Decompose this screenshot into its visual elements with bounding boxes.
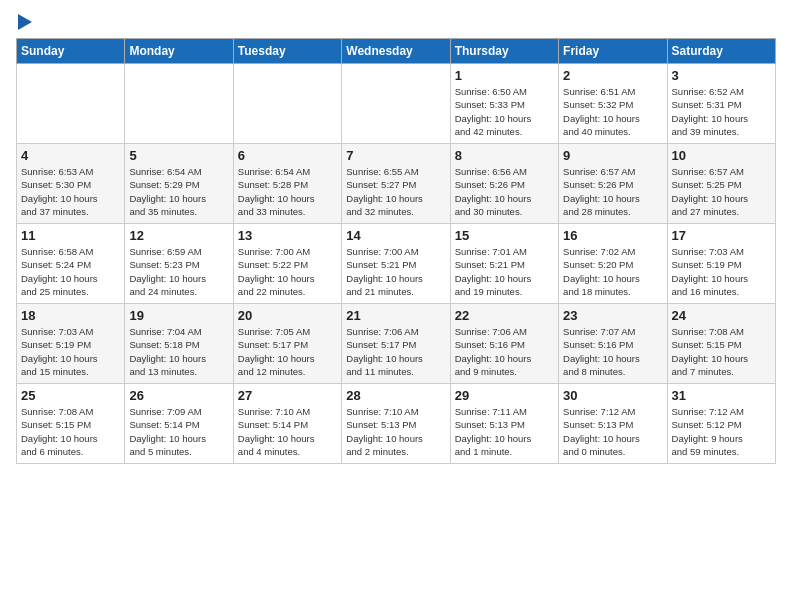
calendar-cell: 15Sunrise: 7:01 AM Sunset: 5:21 PM Dayli… <box>450 224 558 304</box>
day-number: 18 <box>21 308 120 323</box>
calendar-cell: 4Sunrise: 6:53 AM Sunset: 5:30 PM Daylig… <box>17 144 125 224</box>
calendar-cell: 27Sunrise: 7:10 AM Sunset: 5:14 PM Dayli… <box>233 384 341 464</box>
day-number: 9 <box>563 148 662 163</box>
calendar-header-monday: Monday <box>125 39 233 64</box>
calendar-cell: 13Sunrise: 7:00 AM Sunset: 5:22 PM Dayli… <box>233 224 341 304</box>
day-info: Sunrise: 6:58 AM Sunset: 5:24 PM Dayligh… <box>21 245 120 298</box>
calendar-cell: 25Sunrise: 7:08 AM Sunset: 5:15 PM Dayli… <box>17 384 125 464</box>
day-info: Sunrise: 6:50 AM Sunset: 5:33 PM Dayligh… <box>455 85 554 138</box>
calendar-header-row: SundayMondayTuesdayWednesdayThursdayFrid… <box>17 39 776 64</box>
day-number: 28 <box>346 388 445 403</box>
day-number: 8 <box>455 148 554 163</box>
calendar-cell: 9Sunrise: 6:57 AM Sunset: 5:26 PM Daylig… <box>559 144 667 224</box>
calendar-cell: 29Sunrise: 7:11 AM Sunset: 5:13 PM Dayli… <box>450 384 558 464</box>
day-number: 13 <box>238 228 337 243</box>
calendar-cell: 26Sunrise: 7:09 AM Sunset: 5:14 PM Dayli… <box>125 384 233 464</box>
day-info: Sunrise: 7:02 AM Sunset: 5:20 PM Dayligh… <box>563 245 662 298</box>
day-number: 15 <box>455 228 554 243</box>
day-info: Sunrise: 6:51 AM Sunset: 5:32 PM Dayligh… <box>563 85 662 138</box>
day-number: 4 <box>21 148 120 163</box>
day-number: 17 <box>672 228 771 243</box>
calendar-cell: 20Sunrise: 7:05 AM Sunset: 5:17 PM Dayli… <box>233 304 341 384</box>
day-info: Sunrise: 6:53 AM Sunset: 5:30 PM Dayligh… <box>21 165 120 218</box>
calendar-cell: 7Sunrise: 6:55 AM Sunset: 5:27 PM Daylig… <box>342 144 450 224</box>
day-info: Sunrise: 7:01 AM Sunset: 5:21 PM Dayligh… <box>455 245 554 298</box>
day-info: Sunrise: 7:08 AM Sunset: 5:15 PM Dayligh… <box>21 405 120 458</box>
calendar-cell <box>125 64 233 144</box>
day-info: Sunrise: 7:00 AM Sunset: 5:21 PM Dayligh… <box>346 245 445 298</box>
calendar-cell <box>342 64 450 144</box>
day-info: Sunrise: 7:09 AM Sunset: 5:14 PM Dayligh… <box>129 405 228 458</box>
day-number: 10 <box>672 148 771 163</box>
day-number: 6 <box>238 148 337 163</box>
day-info: Sunrise: 7:06 AM Sunset: 5:16 PM Dayligh… <box>455 325 554 378</box>
calendar-cell: 8Sunrise: 6:56 AM Sunset: 5:26 PM Daylig… <box>450 144 558 224</box>
calendar-cell: 10Sunrise: 6:57 AM Sunset: 5:25 PM Dayli… <box>667 144 775 224</box>
calendar-cell: 1Sunrise: 6:50 AM Sunset: 5:33 PM Daylig… <box>450 64 558 144</box>
calendar-week-row: 11Sunrise: 6:58 AM Sunset: 5:24 PM Dayli… <box>17 224 776 304</box>
page-header <box>16 16 776 30</box>
calendar-cell: 16Sunrise: 7:02 AM Sunset: 5:20 PM Dayli… <box>559 224 667 304</box>
calendar-cell: 24Sunrise: 7:08 AM Sunset: 5:15 PM Dayli… <box>667 304 775 384</box>
calendar-cell: 3Sunrise: 6:52 AM Sunset: 5:31 PM Daylig… <box>667 64 775 144</box>
day-number: 23 <box>563 308 662 323</box>
calendar-cell: 18Sunrise: 7:03 AM Sunset: 5:19 PM Dayli… <box>17 304 125 384</box>
day-number: 5 <box>129 148 228 163</box>
day-info: Sunrise: 7:10 AM Sunset: 5:14 PM Dayligh… <box>238 405 337 458</box>
day-info: Sunrise: 7:12 AM Sunset: 5:12 PM Dayligh… <box>672 405 771 458</box>
day-number: 27 <box>238 388 337 403</box>
calendar-cell: 23Sunrise: 7:07 AM Sunset: 5:16 PM Dayli… <box>559 304 667 384</box>
calendar-week-row: 18Sunrise: 7:03 AM Sunset: 5:19 PM Dayli… <box>17 304 776 384</box>
day-number: 12 <box>129 228 228 243</box>
day-info: Sunrise: 7:10 AM Sunset: 5:13 PM Dayligh… <box>346 405 445 458</box>
calendar-header-sunday: Sunday <box>17 39 125 64</box>
day-number: 2 <box>563 68 662 83</box>
day-info: Sunrise: 7:11 AM Sunset: 5:13 PM Dayligh… <box>455 405 554 458</box>
day-info: Sunrise: 7:04 AM Sunset: 5:18 PM Dayligh… <box>129 325 228 378</box>
calendar-cell: 5Sunrise: 6:54 AM Sunset: 5:29 PM Daylig… <box>125 144 233 224</box>
calendar-header-friday: Friday <box>559 39 667 64</box>
day-number: 3 <box>672 68 771 83</box>
calendar-week-row: 4Sunrise: 6:53 AM Sunset: 5:30 PM Daylig… <box>17 144 776 224</box>
day-number: 25 <box>21 388 120 403</box>
logo-arrow-icon <box>18 14 32 30</box>
day-info: Sunrise: 6:59 AM Sunset: 5:23 PM Dayligh… <box>129 245 228 298</box>
calendar-cell: 21Sunrise: 7:06 AM Sunset: 5:17 PM Dayli… <box>342 304 450 384</box>
day-number: 31 <box>672 388 771 403</box>
day-info: Sunrise: 6:56 AM Sunset: 5:26 PM Dayligh… <box>455 165 554 218</box>
day-number: 21 <box>346 308 445 323</box>
day-number: 30 <box>563 388 662 403</box>
day-info: Sunrise: 7:07 AM Sunset: 5:16 PM Dayligh… <box>563 325 662 378</box>
day-number: 26 <box>129 388 228 403</box>
day-info: Sunrise: 7:08 AM Sunset: 5:15 PM Dayligh… <box>672 325 771 378</box>
calendar-cell: 28Sunrise: 7:10 AM Sunset: 5:13 PM Dayli… <box>342 384 450 464</box>
calendar-header-tuesday: Tuesday <box>233 39 341 64</box>
day-number: 24 <box>672 308 771 323</box>
calendar-cell: 31Sunrise: 7:12 AM Sunset: 5:12 PM Dayli… <box>667 384 775 464</box>
day-info: Sunrise: 7:00 AM Sunset: 5:22 PM Dayligh… <box>238 245 337 298</box>
day-number: 1 <box>455 68 554 83</box>
day-info: Sunrise: 6:54 AM Sunset: 5:28 PM Dayligh… <box>238 165 337 218</box>
day-number: 22 <box>455 308 554 323</box>
day-info: Sunrise: 7:06 AM Sunset: 5:17 PM Dayligh… <box>346 325 445 378</box>
calendar-cell: 30Sunrise: 7:12 AM Sunset: 5:13 PM Dayli… <box>559 384 667 464</box>
day-info: Sunrise: 6:57 AM Sunset: 5:26 PM Dayligh… <box>563 165 662 218</box>
calendar-header-wednesday: Wednesday <box>342 39 450 64</box>
day-number: 11 <box>21 228 120 243</box>
calendar-table: SundayMondayTuesdayWednesdayThursdayFrid… <box>16 38 776 464</box>
day-number: 29 <box>455 388 554 403</box>
calendar-cell: 2Sunrise: 6:51 AM Sunset: 5:32 PM Daylig… <box>559 64 667 144</box>
calendar-cell: 14Sunrise: 7:00 AM Sunset: 5:21 PM Dayli… <box>342 224 450 304</box>
calendar-cell: 11Sunrise: 6:58 AM Sunset: 5:24 PM Dayli… <box>17 224 125 304</box>
day-number: 7 <box>346 148 445 163</box>
day-info: Sunrise: 7:12 AM Sunset: 5:13 PM Dayligh… <box>563 405 662 458</box>
calendar-header-thursday: Thursday <box>450 39 558 64</box>
calendar-cell <box>17 64 125 144</box>
calendar-cell <box>233 64 341 144</box>
calendar-week-row: 1Sunrise: 6:50 AM Sunset: 5:33 PM Daylig… <box>17 64 776 144</box>
calendar-week-row: 25Sunrise: 7:08 AM Sunset: 5:15 PM Dayli… <box>17 384 776 464</box>
calendar-cell: 22Sunrise: 7:06 AM Sunset: 5:16 PM Dayli… <box>450 304 558 384</box>
day-number: 16 <box>563 228 662 243</box>
day-number: 14 <box>346 228 445 243</box>
day-info: Sunrise: 6:57 AM Sunset: 5:25 PM Dayligh… <box>672 165 771 218</box>
